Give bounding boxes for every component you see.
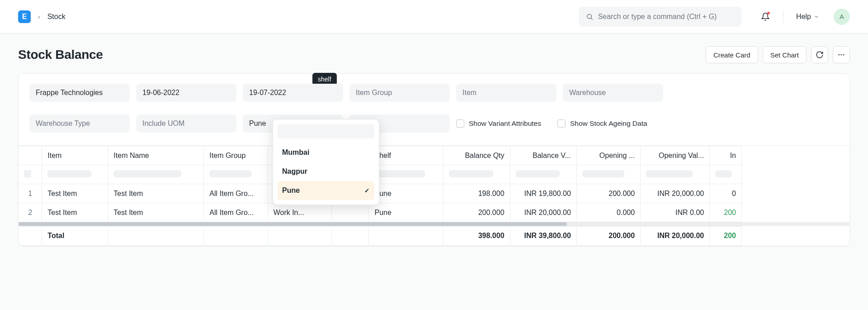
page-title: Stock Balance (18, 48, 103, 62)
table-row[interactable]: 2 Test Item Test Item All Item Gro... Wo… (19, 203, 742, 222)
app-logo[interactable]: E (18, 10, 31, 23)
table-row[interactable]: 1 Test Item Test Item All Item Gro... St… (19, 184, 742, 203)
cell-opening-value: INR 20,000.00 (641, 184, 710, 203)
shelf-dropdown: Mumbai Nagpur Pune ✓ (273, 119, 379, 205)
svg-point-0 (587, 14, 592, 19)
cell-item-group: All Item Gro... (204, 203, 268, 222)
dropdown-item-nagpur[interactable]: Nagpur (278, 162, 374, 181)
table-filter-row (19, 165, 742, 184)
scroll-thumb[interactable] (19, 222, 567, 226)
cell-in: 200 (710, 203, 742, 222)
col-balance-value[interactable]: Balance V... (510, 146, 576, 165)
chevron-down-icon (814, 14, 819, 19)
filter-bar: shelf Frappe Technologies 19-06-2022 19-… (19, 74, 849, 145)
total-opening-qty: 200.000 (576, 226, 640, 245)
cell-item: Test Item (42, 203, 108, 222)
report-card: shelf Frappe Technologies 19-06-2022 19-… (18, 73, 850, 246)
total-balance-value: INR 39,800.00 (510, 226, 576, 245)
filter-to-date[interactable]: 19-07-2022 (243, 84, 343, 102)
checkbox-label: Show Variant Attributes (469, 119, 541, 128)
check-icon: ✓ (364, 187, 370, 194)
checkbox-label: Show Stock Ageing Data (570, 119, 647, 128)
cell-item-name: Test Item (108, 203, 204, 222)
menu-button[interactable] (833, 46, 850, 63)
col-item[interactable]: Item (42, 146, 108, 165)
cell-opening-value: INR 0.00 (641, 203, 710, 222)
filter-warehouse-type[interactable]: Warehouse Type (29, 114, 130, 133)
horizontal-scrollbar[interactable] (19, 222, 849, 226)
report-table: Item Item Name Item Group Warehouse Stoc… (19, 146, 742, 222)
dropdown-item-pune[interactable]: Pune ✓ (278, 181, 374, 200)
cell-balance-qty: 200.000 (443, 203, 510, 222)
set-chart-button[interactable]: Set Chart (763, 46, 807, 63)
cell-idx: 2 (19, 203, 42, 222)
dropdown-item-label: Nagpur (282, 167, 307, 176)
svg-point-3 (841, 54, 842, 56)
filter-company[interactable]: Frappe Technologies (29, 84, 130, 102)
dropdown-item-mumbai[interactable]: Mumbai (278, 143, 374, 162)
col-item-name[interactable]: Item Name (108, 146, 204, 165)
help-label: Help (796, 13, 811, 21)
search-input[interactable] (598, 13, 734, 21)
nav-separator (783, 10, 783, 23)
page-head: Stock Balance Create Card Set Chart (0, 33, 868, 73)
report-table-wrap: Item Item Name Item Group Warehouse Stoc… (19, 145, 849, 246)
refresh-icon (816, 51, 824, 59)
col-opening-qty[interactable]: Opening ... (576, 146, 640, 165)
total-label: Total (42, 226, 108, 245)
col-item-group[interactable]: Item Group (204, 146, 268, 165)
cell-opening-qty: 200.000 (576, 184, 640, 203)
chevron-right-icon: › (38, 13, 40, 20)
checkbox-icon[interactable] (456, 119, 464, 128)
breadcrumb-stock[interactable]: Stock (47, 13, 66, 21)
cell-opening-qty: 0.000 (576, 203, 640, 222)
navbar-search[interactable] (579, 7, 741, 27)
dropdown-search[interactable] (278, 124, 374, 138)
help-menu[interactable]: Help (796, 13, 819, 21)
svg-line-1 (591, 18, 592, 19)
table-header-row: Item Item Name Item Group Warehouse Stoc… (19, 146, 742, 165)
cell-stock-uom (332, 203, 369, 222)
svg-point-4 (843, 54, 844, 56)
total-in: 200 (710, 226, 742, 245)
cell-idx: 1 (19, 184, 42, 203)
col-in[interactable]: In (710, 146, 742, 165)
cell-balance-value: INR 20,000.00 (510, 203, 576, 222)
total-row: Total 398.000 INR 39,800.00 200.000 INR … (19, 226, 742, 245)
checkbox-icon[interactable] (557, 119, 566, 128)
col-idx[interactable] (19, 146, 42, 165)
cell-shelf: Pune (369, 184, 443, 203)
cell-warehouse: Work In... (268, 203, 331, 222)
filter-include-uom[interactable]: Include UOM (136, 114, 236, 133)
filter-item-group[interactable]: Item Group (349, 84, 450, 102)
svg-point-2 (838, 54, 840, 56)
filter-item[interactable]: Item (456, 84, 557, 102)
cell-item-group: All Item Gro... (204, 184, 268, 203)
navbar: E › Stock Help A (0, 0, 868, 33)
cell-balance-value: INR 19,800.00 (510, 184, 576, 203)
search-icon (586, 13, 594, 21)
refresh-button[interactable] (811, 46, 828, 63)
cell-balance-qty: 198.000 (443, 184, 510, 203)
report-total-table: Total 398.000 INR 39,800.00 200.000 INR … (19, 226, 742, 246)
cell-in: 0 (710, 184, 742, 203)
checkbox-show-variant[interactable]: Show Variant Attributes (456, 114, 541, 133)
filter-warehouse[interactable]: Warehouse (563, 84, 663, 102)
cell-item: Test Item (42, 184, 108, 203)
cell-shelf: Pune (369, 203, 443, 222)
col-opening-value[interactable]: Opening Val... (641, 146, 710, 165)
create-card-button[interactable]: Create Card (706, 46, 758, 63)
notification-dot (767, 12, 770, 14)
checkbox-show-ageing[interactable]: Show Stock Ageing Data (557, 114, 647, 133)
filter-from-date[interactable]: 19-06-2022 (136, 84, 236, 102)
total-balance-qty: 398.000 (443, 226, 510, 245)
col-shelf[interactable]: Shelf (369, 146, 443, 165)
col-balance-qty[interactable]: Balance Qty (443, 146, 510, 165)
cell-item-name: Test Item (108, 184, 204, 203)
avatar[interactable]: A (834, 9, 850, 25)
total-opening-value: INR 20,000.00 (641, 226, 710, 245)
notification-button[interactable] (760, 12, 770, 22)
dropdown-item-label: Pune (282, 186, 300, 195)
menu-dots-icon (837, 51, 845, 59)
dropdown-item-label: Mumbai (282, 148, 309, 157)
